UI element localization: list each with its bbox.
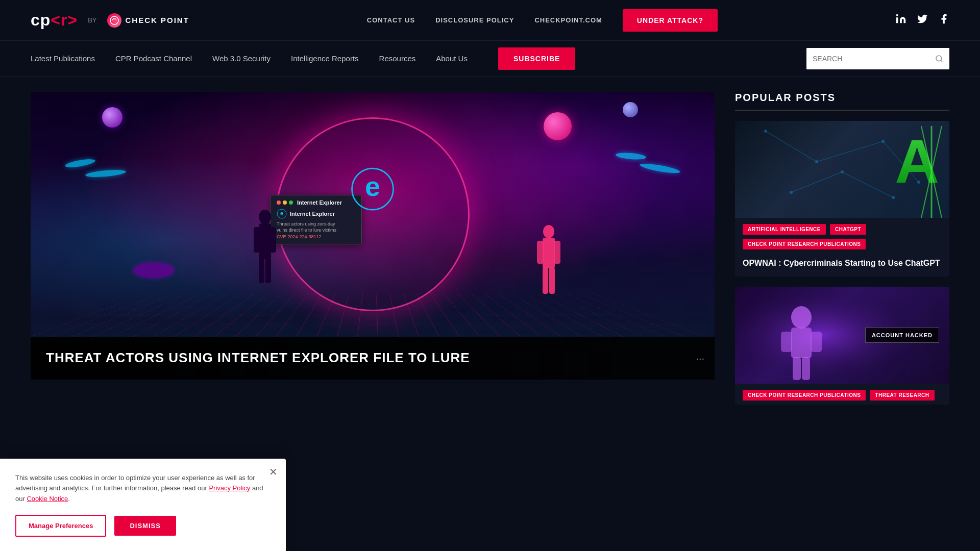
svg-line-23	[791, 172, 842, 192]
svg-point-31	[892, 196, 895, 199]
privacy-policy-link[interactable]: Privacy Policy	[209, 484, 250, 492]
disclosure-policy-link[interactable]: DISCLOSURE POLICY	[435, 16, 514, 24]
account-hacked-badge: ACCOUNT HACKED	[865, 328, 939, 343]
nav-web3-security[interactable]: Web 3.0 Security	[212, 50, 271, 67]
post-1-green-lines	[916, 126, 947, 218]
svg-point-12	[543, 225, 554, 238]
svg-rect-41	[802, 357, 810, 380]
svg-point-27	[881, 140, 885, 143]
more-options-button[interactable]: ···	[696, 352, 704, 364]
svg-rect-17	[549, 267, 555, 294]
checkpoint-brand[interactable]: CHECK POINT	[107, 13, 189, 28]
checkpoint-logo-icon	[107, 13, 121, 28]
figure-right	[533, 224, 564, 296]
svg-rect-40	[793, 357, 801, 380]
svg-line-24	[842, 172, 893, 197]
cve-popup-text: Threat actors using zero-dayvulns direct…	[277, 221, 355, 240]
svg-rect-15	[554, 241, 560, 264]
manage-preferences-button[interactable]: Manage Preferences	[15, 515, 106, 537]
cookie-text: This website uses cookies in order to op…	[15, 473, 271, 505]
cve-popup-title: Internet Explorer	[297, 199, 342, 206]
svg-rect-38	[781, 332, 792, 352]
dismiss-button[interactable]: DISMISS	[114, 516, 176, 536]
popular-post-card-1[interactable]: A ARTIFICIAL INTELLIGENCE CHATGPT CHECK …	[735, 121, 949, 277]
cve-popup: Internet Explorer e Internet Explorer Th…	[270, 195, 362, 245]
svg-rect-13	[543, 238, 555, 268]
post-tag-chatgpt[interactable]: CHATGPT	[830, 224, 866, 235]
post-1-bg: A	[735, 121, 949, 218]
hero-section: e	[31, 92, 715, 415]
secondary-nav: Latest Publications CPR Podcast Channel …	[0, 41, 980, 77]
contact-us-link[interactable]: CONTACT US	[367, 16, 415, 24]
linkedin-icon[interactable]	[895, 13, 906, 27]
svg-point-29	[790, 191, 793, 194]
svg-rect-37	[791, 328, 812, 358]
post-1-tags: ARTIFICIAL INTELLIGENCE CHATGPT CHECK PO…	[735, 218, 949, 254]
svg-rect-10	[259, 258, 264, 283]
svg-rect-39	[811, 332, 822, 352]
search-box	[806, 48, 949, 69]
svg-rect-8	[254, 227, 260, 253]
svg-rect-1	[896, 17, 898, 23]
cpr-logo[interactable]: cp<r>	[31, 11, 78, 30]
nav-intelligence-reports[interactable]: Intelligence Reports	[291, 50, 359, 67]
svg-text:e: e	[365, 171, 380, 202]
facebook-icon[interactable]	[938, 13, 949, 27]
svg-rect-9	[270, 227, 276, 253]
svg-point-2	[896, 14, 898, 16]
cookie-notice-link[interactable]: Cookie Notice	[27, 495, 68, 503]
header-top: cp<r> BY CHECK POINT CONTACT US DISCLOSU…	[0, 0, 980, 41]
hero-headline-text: THREAT ACTORS USING INTERNET EXPLORER FI…	[46, 349, 699, 367]
svg-point-36	[791, 306, 812, 329]
planet-1	[102, 107, 122, 128]
twitter-icon[interactable]	[917, 13, 928, 27]
svg-rect-7	[259, 223, 271, 259]
post-tag-threat-research[interactable]: THREAT RESEARCH	[870, 390, 934, 400]
svg-text:e: e	[280, 210, 283, 216]
post-2-tags: CHECK POINT RESEARCH PUBLICATIONS THREAT…	[735, 384, 949, 405]
post-1-image: A	[735, 121, 949, 218]
post-2-image: ACCOUNT HACKED	[735, 287, 949, 384]
hero-headline-area: THREAT ACTORS USING INTERNET EXPLORER FI…	[31, 337, 715, 380]
logo-area: cp<r> BY CHECK POINT	[31, 11, 189, 30]
planet-2	[544, 112, 572, 140]
planet-3	[623, 102, 638, 117]
nav-about-us[interactable]: About Us	[436, 50, 468, 67]
search-button[interactable]	[929, 48, 949, 69]
cookie-banner: ✕ This website uses cookies in order to …	[0, 459, 286, 551]
svg-line-21	[817, 141, 883, 162]
cookie-close-button[interactable]: ✕	[269, 466, 278, 478]
creature-icon	[133, 263, 174, 278]
checkpoint-com-link[interactable]: CHECKPOINT.COM	[534, 16, 602, 24]
svg-line-20	[766, 131, 817, 162]
sidebar: POPULAR POSTS	[735, 92, 949, 415]
top-nav-links: CONTACT US DISCLOSURE POLICY CHECKPOINT.…	[367, 9, 718, 32]
hero-image[interactable]: e	[31, 92, 715, 337]
svg-point-25	[764, 130, 767, 133]
svg-point-3	[936, 56, 942, 61]
checkpoint-name: CHECK POINT	[126, 16, 189, 24]
ie-logo-icon: e	[350, 166, 396, 212]
main-content: e	[0, 77, 980, 430]
post-1-title: OPWNAI : Cybercriminals Starting to Use …	[735, 254, 949, 277]
svg-rect-11	[265, 258, 271, 283]
svg-rect-14	[537, 241, 544, 264]
under-attack-button[interactable]: UNDER ATTACK?	[623, 9, 718, 32]
svg-point-30	[841, 170, 844, 173]
nav-resources[interactable]: Resources	[379, 50, 416, 67]
nav-cpr-podcast[interactable]: CPR Podcast Channel	[115, 50, 192, 67]
subscribe-button[interactable]: SUBSCRIBE	[498, 47, 575, 70]
popular-post-card-2[interactable]: ACCOUNT HACKED CHECK POINT RESEARCH PUBL…	[735, 287, 949, 405]
post-tag-cpr-pubs-2[interactable]: CHECK POINT RESEARCH PUBLICATIONS	[743, 390, 866, 400]
by-label: BY	[88, 16, 96, 24]
svg-rect-16	[543, 267, 548, 294]
social-icons-group	[895, 13, 949, 27]
svg-point-26	[815, 160, 818, 163]
figure-left	[250, 209, 280, 286]
nav-latest-publications[interactable]: Latest Publications	[31, 50, 95, 67]
post-2-bg: ACCOUNT HACKED	[735, 287, 949, 384]
search-input[interactable]	[806, 48, 929, 69]
post-tag-cpr-pubs[interactable]: CHECK POINT RESEARCH PUBLICATIONS	[743, 239, 866, 249]
post-tag-ai[interactable]: ARTIFICIAL INTELLIGENCE	[743, 224, 826, 235]
cpr-logo-text: cp<r>	[31, 11, 78, 30]
